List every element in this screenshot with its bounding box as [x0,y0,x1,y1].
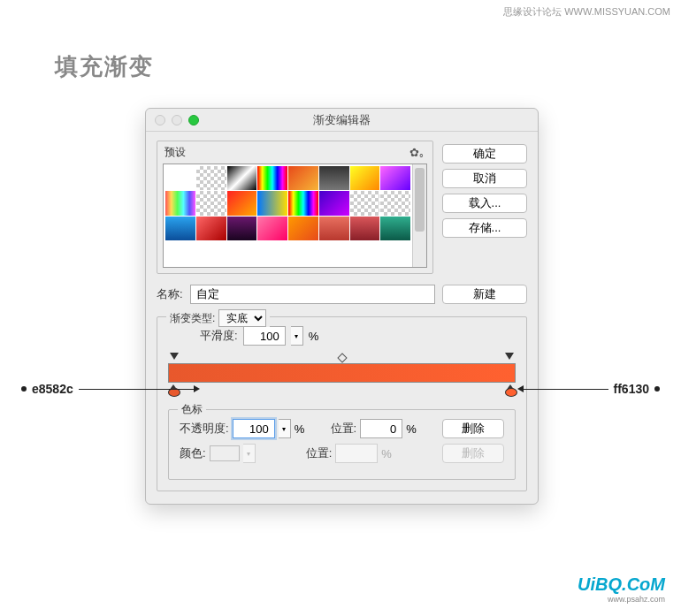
preset-swatch[interactable] [380,217,410,240]
percent-label: % [309,330,319,343]
preset-swatch[interactable] [380,191,410,215]
opacity-stop-right[interactable] [505,353,514,361]
delete-opacity-button[interactable]: 删除 [442,419,504,438]
color-dropdown-icon[interactable]: ▾ [243,444,256,463]
preset-swatch[interactable] [196,217,226,240]
gradient-type-select[interactable]: 实底 [218,309,266,327]
preset-swatch[interactable] [165,191,195,215]
load-button[interactable]: 载入... [442,194,527,213]
preset-swatch[interactable] [257,166,287,190]
preset-swatch[interactable] [196,166,226,190]
preset-swatch[interactable] [350,191,380,215]
preset-swatch[interactable] [350,166,380,190]
page-title: 填充渐变 [55,51,154,82]
smoothness-dropdown-icon[interactable]: ▾ [291,326,303,346]
preset-swatch[interactable] [380,166,410,190]
preset-swatch[interactable] [257,191,287,215]
gear-icon[interactable]: ✿｡ [409,146,425,159]
name-input[interactable] [190,285,435,304]
presets-scrollbar[interactable] [412,164,426,267]
preset-swatch[interactable] [196,191,226,215]
gradient-type-label: 渐变类型: [170,311,215,326]
presets-panel: 预设 ✿｡ [157,141,433,274]
opacity-stop-left[interactable] [170,353,179,361]
color-label: 颜色: [180,445,206,461]
new-button[interactable]: 新建 [442,285,527,304]
preset-swatch[interactable] [165,166,195,190]
gradient-editor-dialog: 渐变编辑器 预设 ✿｡ 确定 取消 载入... 存储... [145,108,539,505]
smoothness-label: 平滑度: [200,328,238,344]
gradient-bar[interactable] [168,363,516,383]
preset-swatch[interactable] [319,191,349,215]
preset-swatch[interactable] [288,217,318,240]
watermark-bottom: UiBQ.CoM www.psahz.com [578,574,665,604]
location-input[interactable] [360,419,402,438]
preset-swatch[interactable] [257,217,287,240]
preset-swatch[interactable] [227,166,257,190]
dialog-title: 渐变编辑器 [146,112,538,128]
preset-swatch[interactable] [319,217,349,240]
presets-label: 预设 [165,145,186,160]
scroll-thumb[interactable] [415,168,425,232]
midpoint-icon[interactable] [337,353,347,362]
color-stop-right[interactable] [505,384,516,397]
percent-label-2: % [295,422,305,436]
delete-color-button: 删除 [442,444,504,463]
ok-button[interactable]: 确定 [442,144,527,164]
preset-swatch[interactable] [350,217,380,240]
annotation-left: e8582c [21,382,200,396]
preset-swatch[interactable] [288,166,318,190]
preset-swatch[interactable] [165,217,195,240]
annotation-right: ff6130 [517,382,660,396]
cancel-button[interactable]: 取消 [442,169,527,188]
location-label: 位置: [331,421,357,437]
preset-swatch[interactable] [319,166,349,190]
preset-grid[interactable] [164,164,412,267]
opacity-input[interactable] [233,419,275,438]
gradient-preview[interactable] [168,353,516,397]
preset-swatch[interactable] [288,191,318,215]
location-input-2 [335,444,378,463]
stops-fieldset: 色标 不透明度: ▾ % 位置: % 删除 [168,409,516,480]
gradient-type-fieldset: 渐变类型: 实底 平滑度: ▾ % 色标 [157,316,527,491]
percent-label-4: % [381,447,392,460]
save-button[interactable]: 存储... [442,218,527,238]
stops-label: 色标 [178,402,206,417]
smoothness-input[interactable] [243,326,286,346]
watermark-top: 思缘设计论坛 WWW.MISSYUAN.COM [503,5,670,19]
color-swatch[interactable] [210,445,240,461]
preset-swatch[interactable] [227,191,257,215]
titlebar: 渐变编辑器 [146,109,538,132]
location-label-2: 位置: [306,445,333,461]
preset-swatch[interactable] [227,217,257,240]
opacity-dropdown-icon[interactable]: ▾ [279,419,291,438]
opacity-label: 不透明度: [180,421,229,437]
name-label: 名称: [157,286,183,302]
percent-label-3: % [406,422,417,436]
